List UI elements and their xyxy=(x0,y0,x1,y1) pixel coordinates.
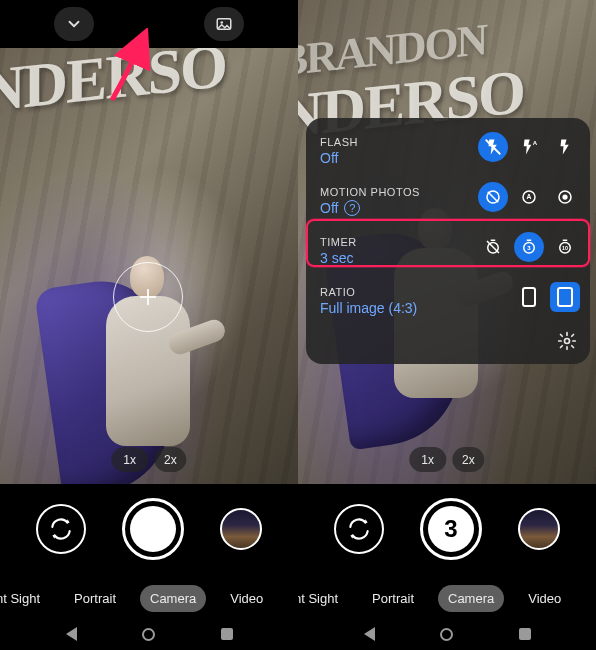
mode-portrait[interactable]: Portrait xyxy=(64,585,126,612)
capture-controls xyxy=(0,490,298,568)
camera-settings-panel: FLASH Off A MOTIO xyxy=(306,118,590,364)
timer-3s-button[interactable]: 3 xyxy=(514,232,544,262)
motion-on-button[interactable] xyxy=(550,182,580,212)
motion-auto-icon: A xyxy=(520,188,538,206)
timer-off-button[interactable] xyxy=(478,232,508,262)
mode-night-sight[interactable]: nt Sight xyxy=(0,585,50,612)
nav-recent-icon[interactable] xyxy=(221,628,233,640)
mode-modes[interactable]: Modes xyxy=(287,585,298,612)
timer-off-icon xyxy=(484,238,502,256)
ratio-full-button[interactable] xyxy=(550,282,580,312)
svg-point-1 xyxy=(220,21,223,24)
motion-value: Off xyxy=(320,200,338,216)
image-icon xyxy=(215,15,233,33)
switch-camera-icon xyxy=(346,516,372,542)
nav-home-icon[interactable] xyxy=(440,628,453,641)
flash-auto-button[interactable]: A xyxy=(514,132,544,162)
svg-rect-19 xyxy=(523,288,535,306)
left-screen: NDERSO 1x 2x nt Sight Portrait Camera Vi… xyxy=(0,0,298,650)
zoom-1x[interactable]: 1x xyxy=(409,447,446,472)
nav-home-icon[interactable] xyxy=(142,628,155,641)
switch-camera-button[interactable] xyxy=(36,504,86,554)
timer-10s-icon: 10 xyxy=(556,238,574,256)
svg-line-5 xyxy=(488,192,499,203)
flash-off-button[interactable] xyxy=(478,132,508,162)
timer-10s-button[interactable]: 10 xyxy=(550,232,580,262)
zoom-1x[interactable]: 1x xyxy=(111,447,148,472)
zoom-2x[interactable]: 2x xyxy=(452,447,485,472)
last-photo-thumbnail[interactable] xyxy=(518,508,560,550)
svg-text:A: A xyxy=(527,193,532,200)
zoom-2x[interactable]: 2x xyxy=(154,447,187,472)
gear-icon xyxy=(557,331,577,351)
motion-auto-button[interactable]: A xyxy=(514,182,544,212)
flash-off-icon xyxy=(484,138,502,156)
viewfinder[interactable]: NDERSO 1x 2x xyxy=(0,48,298,484)
zoom-chips: 1x 2x xyxy=(409,447,484,472)
mode-strip[interactable]: nt Sight Portrait Camera Video Modes xyxy=(298,578,596,618)
settings-dropdown-toggle[interactable] xyxy=(54,7,94,41)
timer-row: TIMER 3 sec 3 10 xyxy=(320,230,580,280)
switch-camera-button[interactable] xyxy=(334,504,384,554)
motion-photos-row: MOTION PHOTOS Off ? A xyxy=(320,180,580,230)
mode-portrait[interactable]: Portrait xyxy=(362,585,424,612)
svg-point-21 xyxy=(565,339,570,344)
more-settings-button[interactable] xyxy=(552,326,582,356)
svg-text:10: 10 xyxy=(562,245,568,251)
ratio-row: RATIO Full image (4:3) xyxy=(320,280,580,322)
zoom-chips: 1x 2x xyxy=(111,447,186,472)
flash-on-icon xyxy=(556,138,574,156)
mode-camera[interactable]: Camera xyxy=(140,585,206,612)
motion-off-icon xyxy=(484,188,502,206)
ratio-3-4-icon xyxy=(521,287,537,307)
nav-recent-icon[interactable] xyxy=(519,628,531,640)
flash-on-button[interactable] xyxy=(550,132,580,162)
svg-text:A: A xyxy=(533,140,538,146)
mode-strip[interactable]: nt Sight Portrait Camera Video Modes xyxy=(0,578,298,618)
switch-camera-icon xyxy=(48,516,74,542)
last-photo-thumbnail[interactable] xyxy=(220,508,262,550)
shutter-inner xyxy=(130,506,176,552)
mode-video[interactable]: Video xyxy=(220,585,273,612)
flash-auto-icon: A xyxy=(520,138,538,156)
motion-off-button[interactable] xyxy=(478,182,508,212)
ratio-full-icon xyxy=(556,287,574,307)
capture-controls: 3 xyxy=(298,490,596,568)
ratio-3-4-button[interactable] xyxy=(514,282,544,312)
mode-modes[interactable]: Modes xyxy=(585,585,596,612)
top-bar xyxy=(0,0,298,48)
svg-point-9 xyxy=(562,194,567,199)
android-nav-bar xyxy=(0,618,298,650)
motion-on-icon xyxy=(556,188,574,206)
mode-night-sight[interactable]: nt Sight xyxy=(298,585,348,612)
svg-text:3: 3 xyxy=(527,245,531,251)
timer-3s-icon: 3 xyxy=(520,238,538,256)
mode-video[interactable]: Video xyxy=(518,585,571,612)
shutter-button[interactable]: 3 xyxy=(420,498,482,560)
help-icon[interactable]: ? xyxy=(344,200,360,216)
shutter-button[interactable] xyxy=(122,498,184,560)
right-screen: BRANDON NDERSO 1x 2x FLASH Off xyxy=(298,0,596,650)
chevron-down-icon xyxy=(65,15,83,33)
android-nav-bar xyxy=(298,618,596,650)
viewfinder[interactable]: BRANDON NDERSO 1x 2x FLASH Off xyxy=(298,0,596,484)
nav-back-icon[interactable] xyxy=(364,627,375,641)
svg-rect-20 xyxy=(558,288,572,306)
mode-camera[interactable]: Camera xyxy=(438,585,504,612)
focus-indicator[interactable] xyxy=(113,262,183,332)
gallery-button[interactable] xyxy=(204,7,244,41)
nav-back-icon[interactable] xyxy=(66,627,77,641)
shutter-countdown: 3 xyxy=(428,506,474,552)
flash-row: FLASH Off A xyxy=(320,130,580,180)
